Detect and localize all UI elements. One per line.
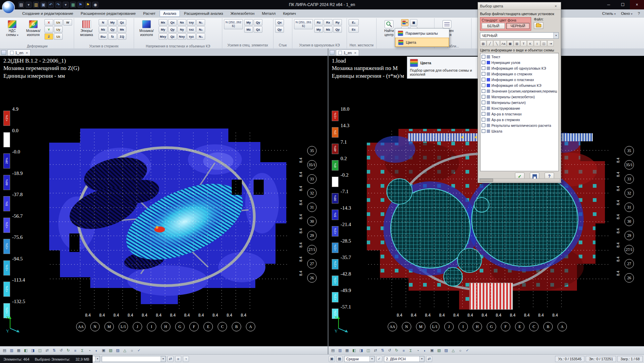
force-button[interactable]: fz [108, 33, 117, 40]
list-item[interactable]: Текст [481, 54, 558, 60]
view-tool-icon[interactable]: ◐ [93, 347, 100, 354]
checkbox[interactable] [482, 61, 485, 64]
dialog-tool-icon[interactable]: ▥ [514, 40, 520, 46]
list-scrollbar[interactable] [479, 178, 560, 182]
mosaic-isofields-stress-button[interactable]: Мозаика/ изополя [136, 19, 157, 43]
tab-close-icon[interactable]: × [354, 51, 356, 55]
color-swatch-icon[interactable] [487, 55, 490, 59]
checkbox[interactable] [482, 95, 485, 99]
layers-button[interactable]: ▦ [410, 19, 417, 26]
qat-icon[interactable]: ⚑ [85, 2, 91, 8]
list-item[interactable]: Значения (усилия,напряжения,перемещен [481, 88, 558, 94]
color-swatch-icon[interactable] [487, 84, 490, 87]
color-swatch-icon[interactable] [487, 112, 490, 116]
component-button[interactable]: X [44, 19, 53, 26]
component-button[interactable]: W [63, 19, 72, 26]
color-swatch-icon[interactable] [487, 67, 490, 70]
view-tool-icon[interactable]: ⇄ [372, 347, 379, 354]
nds-scheme-button[interactable]: НДС схемы ▾ [2, 19, 22, 43]
checkbox[interactable] [482, 83, 485, 87]
component-button[interactable]: Uy [54, 26, 63, 33]
stress-button[interactable]: τyz [187, 33, 196, 40]
open-file-button[interactable] [534, 22, 543, 29]
tab-reinforced-concrete[interactable]: Железобетон [227, 10, 258, 16]
tab-close-icon[interactable]: × [26, 51, 28, 55]
checkbox[interactable] [482, 55, 485, 59]
left-doc-tab[interactable]: 1_en × [7, 49, 31, 56]
stress-button[interactable]: Mx [159, 19, 167, 26]
dialog-tool-icon[interactable]: ▧ [480, 40, 486, 46]
view-tool-icon[interactable]: ✓ [136, 347, 142, 354]
status-box-icon[interactable]: ▣ [329, 356, 335, 362]
status-target-icon[interactable]: ◔ [183, 356, 189, 362]
stress-button[interactable]: N₂ [196, 26, 205, 33]
view-tool-icon[interactable]: ○ [457, 347, 463, 354]
checkbox[interactable] [482, 89, 485, 93]
rsn-combo[interactable]: 2. ДБН РСН▾ [384, 356, 424, 362]
view-tool-icon[interactable]: ▧ [107, 347, 114, 354]
force-button[interactable]: ΣQ [118, 33, 126, 40]
stress-button[interactable]: Nx [178, 19, 186, 26]
qat-icon[interactable]: ⚑ [77, 2, 84, 8]
component-button[interactable]: Ux [54, 19, 63, 26]
qat-icon[interactable]: ▥ [33, 2, 39, 8]
qat-icon[interactable]: ◉ [92, 2, 98, 8]
view-tool-icon[interactable]: ◫ [37, 347, 43, 354]
menu-item-scale-params[interactable]: Параметры шкалы [395, 29, 449, 38]
average-mode-combo[interactable]: Средни▾ [344, 356, 375, 362]
tab-create-edit[interactable]: Создание и редактирование [19, 10, 77, 16]
dialog-tool-icon[interactable]: I [534, 40, 540, 46]
color-swatch-icon[interactable] [487, 95, 490, 99]
checkbox[interactable] [482, 78, 485, 81]
view-tool-icon[interactable]: ◫ [365, 347, 372, 354]
special-force-button[interactable]: My [244, 19, 253, 26]
view-tool-icon[interactable]: ▣ [100, 347, 107, 354]
view-tool-icon[interactable]: ≡ [400, 347, 407, 354]
view-tool-icon[interactable]: ▣ [429, 347, 435, 354]
tab-metal[interactable]: Металл [259, 10, 279, 16]
checkbox[interactable] [482, 101, 485, 104]
view-tool-icon[interactable]: ⇅ [51, 347, 57, 354]
checkbox[interactable] [482, 72, 485, 76]
qat-icon[interactable]: ▾ [63, 2, 69, 8]
maximize-icon[interactable]: ☐ [616, 0, 630, 9]
stress-button[interactable]: N₁ [196, 19, 205, 26]
view-tool-icon[interactable]: ◨ [30, 347, 36, 354]
status-check-icon[interactable]: ✓ [376, 356, 382, 362]
force-button[interactable]: Mк [118, 26, 126, 33]
dialog-tool-icon[interactable]: ⇥ [547, 40, 554, 46]
force-button[interactable]: My [108, 19, 117, 26]
view-tool-icon[interactable]: ◨ [358, 347, 364, 354]
list-item[interactable]: Ар-ра в стержнях [481, 117, 558, 122]
view-tool-icon[interactable]: ◔ [415, 347, 421, 354]
view-tool-icon[interactable]: ↺ [58, 347, 64, 354]
special-force-button[interactable]: Mz [244, 26, 253, 33]
view-tool-icon[interactable]: ▤ [330, 347, 336, 354]
checkbox[interactable] [482, 66, 485, 70]
white-background-button[interactable]: БЕЛЫЙ [482, 23, 505, 29]
standard-combo[interactable]: ЧЕРНЫЙ▾ [480, 32, 559, 39]
scale-settings-split-button[interactable]: ▾ [401, 19, 409, 26]
view-tool-icon[interactable]: ≡ [72, 347, 78, 354]
tab-advanced-analysis[interactable]: Расширенный анализ [181, 10, 226, 16]
special-force-button[interactable]: Qy [254, 19, 262, 26]
status-swap-icon[interactable]: ⇄ [426, 356, 432, 362]
stress-button[interactable]: Qz [168, 33, 177, 40]
component-button[interactable]: Uz [54, 33, 63, 40]
status-list-icon[interactable]: ≡ [175, 356, 181, 362]
joint-force-button[interactable]: Qy [275, 26, 284, 33]
view-tool-icon[interactable]: ▨ [443, 347, 449, 354]
component-button[interactable]: Y [44, 26, 53, 33]
checkbox[interactable] [482, 112, 485, 116]
tab-analysis[interactable]: Анализ [160, 10, 180, 17]
stress-button[interactable]: Qx [168, 19, 177, 26]
lira-sapr-logo-icon[interactable] [2, 1, 15, 14]
view-tool-icon[interactable]: ▧ [436, 347, 442, 354]
menu-item-colors[interactable]: Цвета [395, 38, 449, 47]
view-tool-icon[interactable]: ▦ [344, 347, 350, 354]
list-item[interactable]: Информация о стержнях [481, 71, 558, 77]
force-button[interactable]: Mz [99, 26, 107, 33]
view-tool-icon[interactable]: Σ [408, 347, 414, 354]
view-tool-icon[interactable]: ◐ [422, 347, 428, 354]
minimize-icon[interactable]: ─ [602, 0, 616, 9]
